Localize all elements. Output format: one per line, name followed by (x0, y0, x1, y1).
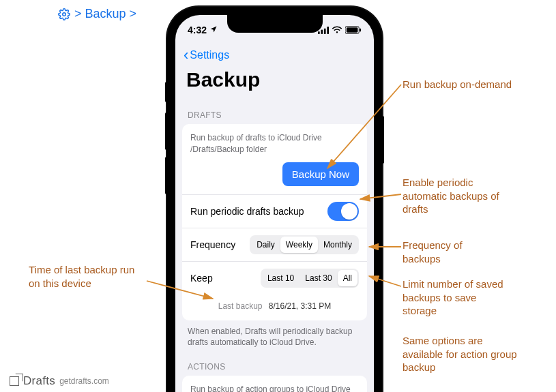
last-backup-label: Last backup (218, 301, 263, 311)
backup-now-button[interactable]: Backup Now (282, 162, 359, 186)
annot-last-backup: Time of last backup run on this device (29, 263, 145, 290)
freq-daily[interactable]: Daily (251, 237, 280, 253)
keep-30[interactable]: Last 30 (299, 270, 337, 286)
freq-monthly[interactable]: Monthly (318, 237, 357, 253)
svg-rect-2 (321, 29, 323, 33)
gear-icon (58, 8, 70, 20)
phone-frame: 4:32 ‹ Settings Backup DRAFTS Run backup… (167, 7, 382, 392)
keep-all[interactable]: All (338, 270, 357, 286)
back-button[interactable]: ‹ Settings (175, 42, 374, 68)
annot-same-options: Same options are available for action gr… (403, 334, 525, 374)
location-icon (209, 25, 218, 35)
keep-10[interactable]: Last 10 (262, 270, 299, 286)
annot-periodic: Enable periodic automatic backups of dra… (403, 176, 518, 216)
settings-content: ‹ Settings Backup DRAFTS Run backup of d… (175, 42, 374, 392)
wifi-icon (332, 26, 342, 34)
svg-rect-6 (347, 27, 358, 32)
battery-icon (345, 26, 362, 34)
keep-segmented[interactable]: Last 10 Last 30 All (261, 269, 359, 288)
frequency-segmented[interactable]: Daily Weekly Monthly (250, 235, 359, 254)
annot-run-backup: Run backup on-demand (403, 78, 512, 91)
last-backup-row: Last backup 8/16/21, 3:31 PM (190, 295, 359, 312)
freq-weekly[interactable]: Weekly (280, 237, 318, 253)
annot-frequency: Frequency of backups (403, 239, 491, 265)
back-label: Settings (190, 49, 229, 61)
breadcrumb-label: > Backup > (74, 7, 136, 21)
popout-icon (10, 376, 19, 386)
svg-rect-1 (318, 31, 320, 34)
annot-keep: Limit number of saved backups to save st… (403, 277, 512, 318)
page-title: Backup (175, 68, 374, 100)
page-footer: Drafts getdrafts.com (10, 374, 109, 388)
svg-point-0 (63, 12, 66, 16)
section-header-drafts: DRAFTS (175, 100, 374, 124)
phone-screen: 4:32 ‹ Settings Backup DRAFTS Run backup… (175, 15, 374, 392)
footer-brand: Drafts (23, 374, 55, 388)
drafts-desc: Run backup of drafts to iCloud Drive /Dr… (190, 132, 359, 155)
actions-card: Run backup of action groups to iCloud Dr… (182, 376, 367, 392)
drafts-card: Run backup of drafts to iCloud Drive /Dr… (182, 124, 367, 320)
svg-rect-7 (360, 29, 361, 32)
footer-url: getdrafts.com (59, 376, 109, 386)
periodic-label: Run periodic drafts backup (190, 206, 304, 217)
frequency-label: Frequency (190, 239, 235, 250)
section-header-actions: ACTIONS (175, 351, 374, 376)
keep-label: Keep (190, 273, 213, 284)
actions-desc: Run backup of action groups to iCloud Dr… (190, 384, 359, 392)
svg-rect-3 (324, 28, 326, 33)
svg-rect-4 (327, 27, 329, 34)
notch (227, 15, 323, 33)
breadcrumb[interactable]: > Backup > (58, 7, 136, 21)
drafts-footnote: When enabled, Drafts will periodically b… (175, 320, 374, 352)
periodic-toggle[interactable] (327, 202, 359, 221)
last-backup-value: 8/16/21, 3:31 PM (269, 301, 331, 311)
chevron-left-icon: ‹ (184, 48, 188, 63)
status-time: 4:32 (188, 25, 207, 35)
